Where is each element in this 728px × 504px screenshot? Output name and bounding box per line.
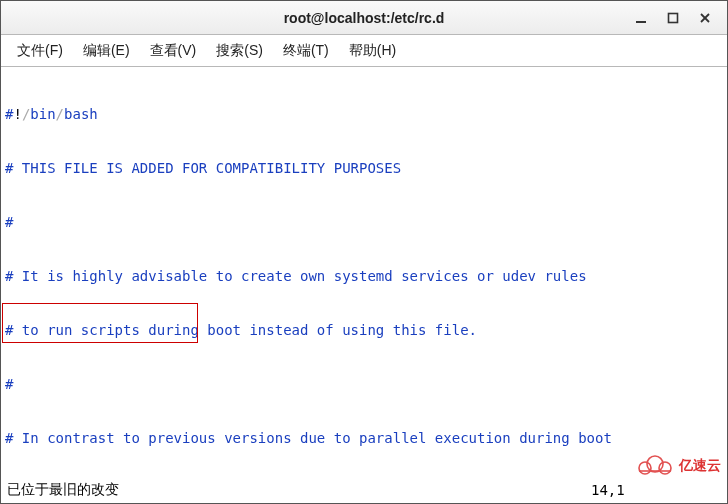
slash-icon: / [56,106,64,122]
menu-search[interactable]: 搜索(S) [206,38,273,64]
terminal-area[interactable]: #!/bin/bash # THIS FILE IS ADDED FOR COM… [1,67,727,479]
close-button[interactable] [695,8,715,28]
minimize-button[interactable] [631,8,651,28]
titlebar: root@localhost:/etc/rc.d [1,1,727,35]
menu-edit[interactable]: 编辑(E) [73,38,140,64]
vim-statusbar: 已位于最旧的改变 14,1 [1,479,727,503]
window-title: root@localhost:/etc/rc.d [1,10,727,26]
window-controls [631,1,723,34]
menu-help[interactable]: 帮助(H) [339,38,406,64]
comment-line: # THIS FILE IS ADDED FOR COMPATIBILITY P… [5,159,723,177]
watermark: 亿速云 [635,453,721,477]
menu-terminal[interactable]: 终端(T) [273,38,339,64]
comment-line: # to run scripts during boot instead of … [5,321,723,339]
svg-point-6 [659,462,671,474]
svg-point-4 [639,462,651,474]
menu-view[interactable]: 查看(V) [140,38,207,64]
shebang-bash: bash [64,106,98,122]
terminal-window: root@localhost:/etc/rc.d 文件(F) 编辑(E) 查看(… [0,0,728,504]
svg-rect-0 [636,21,646,23]
svg-point-5 [647,456,663,472]
cursor-position: 14,1 [591,482,721,498]
shebang-bin: bin [30,106,55,122]
status-message: 已位于最旧的改变 [7,481,591,499]
cloud-icon [635,453,675,477]
comment-line: # [5,375,723,393]
menu-file[interactable]: 文件(F) [7,38,73,64]
maximize-button[interactable] [663,8,683,28]
comment-line: # It is highly advisable to create own s… [5,267,723,285]
comment-line: # [5,213,723,231]
svg-rect-1 [669,13,678,22]
shebang-bang: ! [13,106,21,122]
watermark-text: 亿速云 [679,456,721,474]
comment-line: # In contrast to previous versions due t… [5,429,723,447]
menubar: 文件(F) 编辑(E) 查看(V) 搜索(S) 终端(T) 帮助(H) [1,35,727,67]
